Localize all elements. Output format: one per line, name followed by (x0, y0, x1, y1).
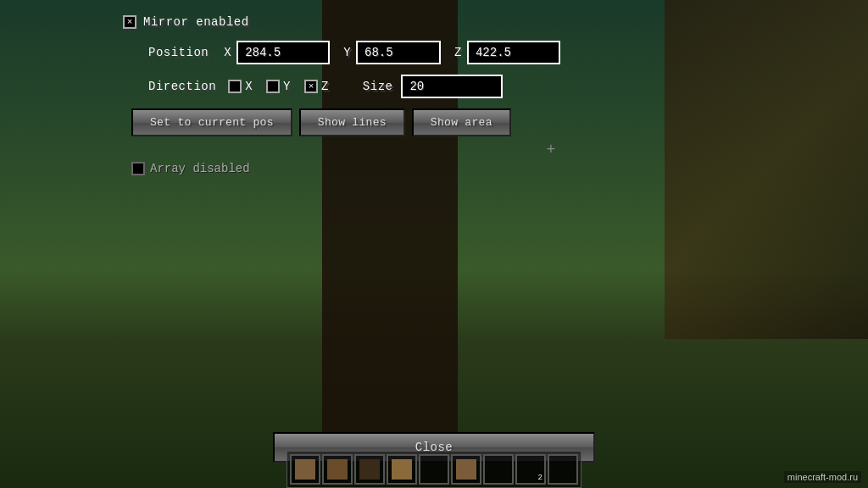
plus-sign: + (369, 141, 733, 158)
mirror-enabled-checkbox[interactable]: × (123, 15, 136, 29)
direction-label: Direction (148, 80, 216, 93)
hotbar-slot-3[interactable] (354, 454, 385, 485)
hotbar-slot-7[interactable] (483, 454, 514, 485)
dir-z-label: Z (321, 80, 329, 93)
set-to-current-pos-button[interactable]: Set to current pos (131, 108, 292, 136)
position-label: Position (148, 46, 209, 59)
hotbar-slot-5[interactable] (419, 454, 449, 485)
size-input[interactable] (401, 75, 503, 98)
direction-y-checkbox[interactable] (266, 80, 280, 93)
mirror-enabled-label: Mirror enabled (143, 15, 249, 29)
hotbar-slot-1[interactable] (290, 454, 320, 485)
hotbar-icon-3 (359, 459, 380, 480)
z-label: Z (454, 46, 462, 59)
position-z-input[interactable] (467, 41, 560, 64)
direction-row: Direction X Y × Z Size (148, 75, 733, 98)
hotbar-slot-4[interactable] (387, 454, 417, 485)
show-lines-button[interactable]: Show lines (299, 108, 405, 136)
show-area-button[interactable]: Show area (412, 108, 511, 136)
hotbar-icon-4 (392, 459, 412, 480)
position-row: Position X Y Z (148, 41, 733, 64)
hotbar-slot-8[interactable]: 2 (515, 454, 546, 485)
hotbar-icon-1 (295, 459, 315, 480)
action-buttons-row: Set to current pos Show lines Show area (131, 108, 733, 136)
ui-panel: × Mirror enabled Position X Y Z Directio… (123, 15, 733, 184)
x-label: X (224, 46, 231, 59)
slot-count-8: 2 (538, 474, 542, 482)
position-y-input[interactable] (356, 41, 441, 64)
size-label: Size (363, 80, 393, 93)
dir-y-label: Y (283, 80, 291, 93)
watermark: minecraft-mod.ru (784, 471, 861, 483)
dir-x-label: X (245, 80, 253, 93)
array-disabled-row: Array disabled (131, 162, 733, 175)
array-disabled-checkbox[interactable] (131, 162, 145, 175)
position-x-input[interactable] (236, 41, 330, 64)
y-label: Y (343, 46, 351, 59)
hotbar-slot-6[interactable] (451, 454, 481, 485)
mirror-enabled-row: × Mirror enabled (123, 15, 733, 29)
hotbar-slot-2[interactable] (322, 454, 353, 485)
array-disabled-label: Array disabled (150, 162, 250, 175)
direction-x-checkbox[interactable] (228, 80, 242, 93)
hotbar-icon-6 (456, 459, 476, 480)
hotbar-slot-9[interactable] (548, 454, 578, 485)
hotbar-icon-2 (327, 459, 348, 480)
direction-z-checkbox[interactable]: × (304, 80, 318, 93)
hotbar: 2 (287, 451, 581, 488)
